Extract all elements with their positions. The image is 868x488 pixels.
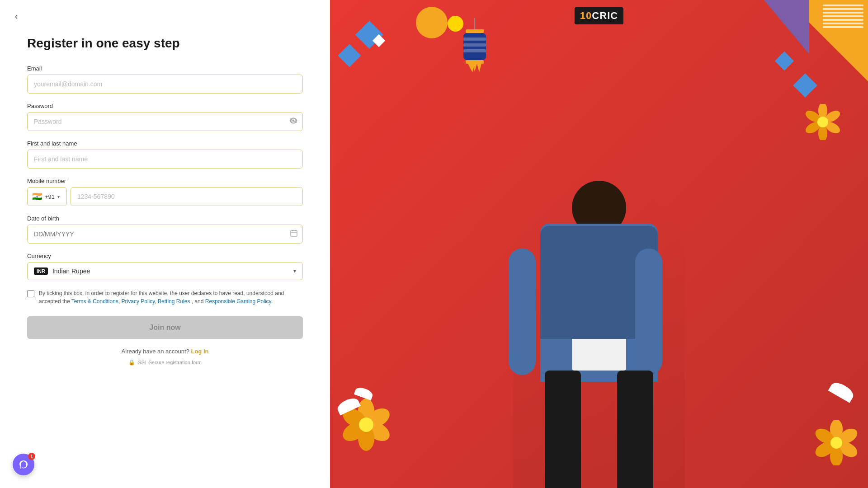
mobile-group: Mobile number 🇮🇳 +91 ▾ xyxy=(27,178,303,206)
secure-form: 🔒 SSL Secure registration form xyxy=(27,359,303,366)
country-code: +91 xyxy=(45,193,55,200)
white-leaf-right xyxy=(828,380,856,403)
form-container: Register in one easy step Email Password… xyxy=(27,0,303,384)
svg-rect-6 xyxy=(466,29,484,33)
dob-group: Date of birth xyxy=(27,215,303,244)
join-button[interactable]: Join now xyxy=(27,316,303,339)
flower-top-right-svg xyxy=(805,104,841,140)
chat-button[interactable]: 1 xyxy=(13,454,34,475)
calendar-icon[interactable] xyxy=(290,230,297,239)
svg-rect-1 xyxy=(291,230,297,236)
password-label: Password xyxy=(27,103,303,109)
currency-group: Currency INR Indian Rupee ▾ xyxy=(27,253,303,280)
password-group: Password xyxy=(27,103,303,131)
logo-container: 10CRIC xyxy=(575,7,623,24)
deco-purple-triangle xyxy=(764,0,809,54)
page-title: Register in one easy step xyxy=(27,36,303,51)
back-icon: ‹ xyxy=(15,12,18,21)
svg-rect-9 xyxy=(463,43,486,47)
already-account-text: Already have an account? xyxy=(122,348,189,355)
terms-section: By ticking this box, in order to registe… xyxy=(27,289,303,305)
right-bg xyxy=(330,0,868,488)
terms-and-text: , and xyxy=(192,298,205,305)
fullname-label: First and last name xyxy=(27,140,303,147)
already-account-section: Already have an account? Log In xyxy=(27,348,303,355)
country-chevron-icon: ▾ xyxy=(57,194,60,199)
email-group: Email xyxy=(27,65,303,94)
terms-checkbox[interactable] xyxy=(27,290,34,297)
terms-conditions-link[interactable]: Terms & Conditions xyxy=(71,298,118,305)
email-label: Email xyxy=(27,65,303,72)
currency-label: Currency xyxy=(27,253,303,259)
dob-label: Date of birth xyxy=(27,215,303,222)
flower-right-svg xyxy=(814,420,859,465)
mobile-input[interactable] xyxy=(71,187,303,206)
password-input[interactable] xyxy=(27,112,303,131)
country-select[interactable]: 🇮🇳 +91 ▾ xyxy=(27,187,67,206)
logo-ten: 10 xyxy=(580,10,592,22)
responsible-gaming-link[interactable]: Responsible Gaming Policy. xyxy=(205,298,273,305)
lock-icon: 🔒 xyxy=(128,359,135,366)
terms-text: By ticking this box, in order to registe… xyxy=(39,289,303,305)
logo-cric: CRIC xyxy=(592,10,618,22)
svg-marker-14 xyxy=(477,64,481,72)
mobile-row: 🇮🇳 +91 ▾ xyxy=(27,187,303,206)
deco-stripes xyxy=(823,5,863,28)
chat-badge: 1 xyxy=(28,453,35,460)
svg-point-35 xyxy=(830,437,842,449)
password-wrapper xyxy=(27,112,303,131)
dob-input[interactable] xyxy=(27,225,303,244)
fullname-group: First and last name xyxy=(27,140,303,169)
india-flag-icon: 🇮🇳 xyxy=(32,192,42,202)
right-panel: 10CRIC xyxy=(330,0,868,488)
currency-chevron-icon: ▾ xyxy=(293,268,296,274)
svg-point-21 xyxy=(359,418,373,432)
svg-rect-10 xyxy=(463,49,486,52)
fullname-input[interactable] xyxy=(27,150,303,169)
person-area xyxy=(513,181,685,488)
lantern-svg xyxy=(457,18,493,77)
dob-wrapper xyxy=(27,225,303,244)
currency-name: Indian Rupee xyxy=(52,267,90,275)
mobile-label: Mobile number xyxy=(27,178,303,184)
privacy-policy-link[interactable]: Privacy Policy xyxy=(122,298,155,305)
deco-orange-circle xyxy=(416,7,448,38)
svg-rect-11 xyxy=(466,60,484,64)
chat-icon xyxy=(19,460,28,469)
currency-select[interactable]: INR Indian Rupee ▾ xyxy=(27,262,303,280)
login-link[interactable]: Log In xyxy=(191,348,208,355)
inr-badge: INR xyxy=(34,267,48,275)
currency-left: INR Indian Rupee xyxy=(34,267,90,275)
email-input[interactable] xyxy=(27,75,303,94)
logo: 10CRIC xyxy=(575,7,623,24)
betting-rules-link[interactable]: Betting Rules xyxy=(158,298,190,305)
back-button[interactable]: ‹ xyxy=(9,9,24,23)
secure-text: SSL Secure registration form xyxy=(138,360,202,365)
left-panel: ‹ Register in one easy step Email Passwo… xyxy=(0,0,330,488)
svg-point-28 xyxy=(817,117,828,127)
deco-blue-diamond-2 xyxy=(338,44,361,67)
eye-icon[interactable] xyxy=(289,117,297,126)
svg-rect-8 xyxy=(463,38,486,41)
